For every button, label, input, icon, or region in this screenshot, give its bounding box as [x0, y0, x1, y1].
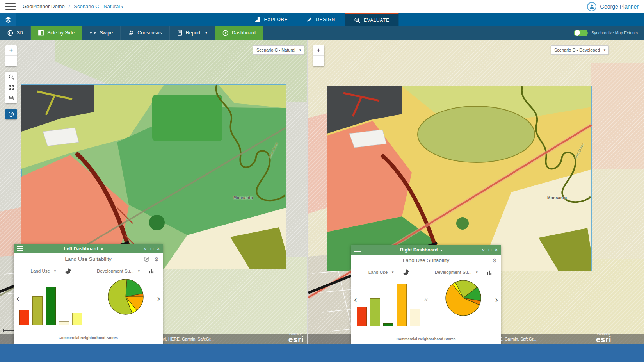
consensus-label: Consensus	[137, 30, 162, 36]
primary-nav: EXPLORE DESIGN EVALUATE	[0, 13, 644, 26]
tab-design[interactable]: DESIGN	[297, 13, 345, 26]
synchronize-extents-toggle[interactable]	[574, 30, 588, 36]
left-dashboard-header: Left Dashboard ▾ ∨ □ ×	[14, 244, 163, 253]
bar-segment	[397, 284, 407, 326]
carousel-next-button[interactable]: ›	[495, 295, 498, 304]
caret-down-icon: ▾	[392, 270, 394, 274]
evaluate-magnifier-icon	[354, 17, 360, 23]
minimize-icon[interactable]: ∨	[482, 247, 485, 253]
bar-segment	[357, 307, 367, 326]
esri-wordmark: esri	[596, 335, 611, 343]
bar-chart-icon[interactable]	[149, 269, 154, 274]
full-extent-button[interactable]	[5, 82, 17, 93]
report-document-icon	[177, 30, 182, 36]
chart-type-selector[interactable]: Development Su...	[97, 269, 134, 273]
measure-button[interactable]	[5, 93, 17, 103]
tab-evaluate[interactable]: EVALUATE	[345, 13, 399, 26]
hamburger-menu-icon[interactable]	[5, 3, 16, 10]
bar-chart-icon[interactable]	[487, 270, 492, 275]
3d-button[interactable]: 3D	[0, 26, 31, 40]
maximize-icon[interactable]: □	[489, 247, 491, 253]
development-suitability-chart-panel: Development Su... ▾	[88, 265, 163, 333]
bar-segment	[32, 296, 43, 325]
left-dashboard-charts: ‹ Land Use ▾ Development	[14, 265, 163, 333]
map-pane-right: Monsanto Seal Creek + − Scenario D - Dev…	[308, 40, 644, 344]
zoom-out-button[interactable]: −	[5, 56, 17, 66]
gear-icon[interactable]: ⚙	[154, 256, 159, 262]
left-dashboard-panel: Left Dashboard ▾ ∨ □ × Land Use Suitabil…	[14, 244, 163, 344]
swipe-icon	[90, 30, 96, 36]
minimize-icon[interactable]: ∨	[144, 246, 147, 251]
pencil-icon	[306, 17, 312, 22]
top-bar: GeoPlanner Demo / Scenario C - Natural▾ …	[0, 0, 644, 13]
zoom-controls-left: + −	[5, 45, 17, 66]
left-dashboard-title[interactable]: Left Dashboard ▾	[23, 246, 144, 251]
app-title: GeoPlanner Demo	[23, 4, 65, 9]
swipe-button[interactable]: Swipe	[82, 26, 121, 40]
gear-icon[interactable]: ⚙	[492, 257, 497, 264]
chart-caption: Commercial Neighborhood Stores	[351, 335, 501, 344]
chart-type-selector[interactable]: Development Su...	[435, 270, 472, 275]
scenario-selector-left-label: Scenario C - Natural	[256, 48, 295, 52]
dashboard-button[interactable]: Dashboard	[215, 26, 263, 40]
consensus-people-icon	[128, 30, 134, 36]
zoom-in-button[interactable]: +	[313, 45, 324, 56]
zoom-controls-right: + −	[313, 45, 324, 66]
esri-logo-right: Powered by esri	[596, 333, 611, 344]
layers-button[interactable]	[0, 13, 16, 26]
scenario-selector-left[interactable]: Scenario C - Natural ▾	[253, 45, 304, 55]
caret-down-icon: ▾	[121, 5, 123, 9]
dashboard-menu-icon[interactable]	[354, 248, 361, 252]
user-name[interactable]: George Planner	[600, 4, 639, 10]
chart-type-selector[interactable]: Land Use	[368, 270, 388, 275]
map-area: Monsanto Seal Creek + −	[0, 40, 644, 344]
bar-segment	[19, 310, 29, 325]
development-suitability-pie-chart	[107, 278, 145, 317]
dashboard-tool-button[interactable]	[5, 109, 17, 119]
right-dashboard-title[interactable]: Right Dashboard ▾	[361, 247, 482, 253]
bottom-bar	[0, 344, 644, 362]
zoom-in-button[interactable]: +	[5, 45, 17, 56]
maximize-icon[interactable]: □	[151, 246, 153, 251]
pie-chart-icon[interactable]	[403, 269, 409, 275]
tab-explore[interactable]: EXPLORE	[245, 13, 297, 26]
search-button[interactable]	[5, 72, 17, 82]
side-by-side-button[interactable]: Side by Side	[31, 26, 82, 40]
caret-down-icon: ▾	[441, 248, 443, 252]
dashboard-tool-left	[5, 109, 17, 119]
tab-explore-label: EXPLORE	[264, 17, 288, 22]
land-use-bar-chart	[357, 280, 420, 326]
dashboard-menu-icon[interactable]	[17, 246, 23, 251]
zoom-out-button[interactable]: −	[313, 56, 324, 66]
evaluate-toolbar: 3D Side by Side Swipe Consensus	[0, 26, 644, 40]
widget-title-row: Land Use Suitability ⚙	[14, 253, 163, 265]
dashboard-gauge-icon	[8, 111, 14, 117]
report-button[interactable]: Report ▾	[170, 26, 215, 40]
left-dashboard-title-text: Left Dashboard	[64, 246, 98, 251]
report-label: Report	[186, 30, 201, 36]
scenario-selector-right[interactable]: Scenario D - Developed ▾	[551, 45, 609, 55]
side-by-side-icon	[38, 30, 44, 36]
measure-ruler-icon	[8, 96, 14, 101]
visibility-icon[interactable]	[144, 256, 149, 262]
close-icon[interactable]: ×	[157, 246, 160, 251]
bar-segment	[46, 287, 56, 325]
widget-title: Land Use Suitability	[14, 256, 163, 262]
full-extent-icon	[9, 85, 14, 90]
collapse-chevron[interactable]: «	[423, 295, 428, 305]
carousel-prev-button[interactable]: ‹	[354, 295, 357, 304]
user-avatar[interactable]	[587, 2, 596, 11]
dashboard-label: Dashboard	[232, 30, 256, 36]
dashboard-gauge-icon	[222, 30, 228, 36]
chart-type-selector[interactable]: Land Use	[31, 269, 50, 273]
pie-chart-icon[interactable]	[65, 268, 71, 274]
breadcrumb-scenario-link[interactable]: Scenario C - Natural▾	[74, 4, 123, 9]
carousel-next-button[interactable]: ›	[157, 294, 160, 303]
close-icon[interactable]: ×	[495, 247, 498, 253]
land-use-chart-panel: Land Use ▾	[14, 265, 88, 333]
consensus-button[interactable]: Consensus	[121, 26, 170, 40]
swipe-label: Swipe	[100, 30, 113, 36]
carousel-prev-button[interactable]: ‹	[16, 294, 19, 303]
powered-by-label: Powered by	[288, 333, 304, 335]
right-dashboard-charts: ‹ « Land Use ▾ D	[351, 266, 501, 335]
